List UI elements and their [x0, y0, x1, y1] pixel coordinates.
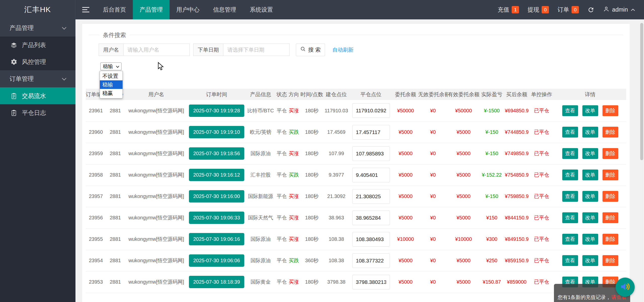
delete-button[interactable]: 删除	[602, 234, 618, 245]
nav-item[interactable]: 系统设置	[243, 0, 280, 19]
nav-item[interactable]: 用户中心	[170, 0, 206, 19]
modify-button[interactable]: 改单	[582, 170, 598, 180]
modify-button[interactable]: 改单	[582, 127, 598, 138]
cell-member-id: 2881	[106, 250, 125, 271]
close-point-input[interactable]	[352, 275, 390, 289]
close-point-input[interactable]	[352, 168, 390, 182]
search-form: 用户名 下单日期 搜 索 自动刷新	[99, 44, 626, 56]
modify-button[interactable]: 改单	[582, 255, 598, 266]
nav-item[interactable]: 产品管理	[133, 0, 170, 19]
cell-open-point: 38.963	[324, 207, 349, 228]
cell-order-id: 23953	[86, 271, 106, 293]
cell-order-id: 23960	[86, 121, 106, 143]
win-control-select[interactable]: 稳输	[100, 62, 122, 70]
view-button[interactable]: 查看	[562, 170, 578, 180]
scrollbar-track[interactable]	[640, 19, 643, 302]
modify-button[interactable]: 改单	[582, 148, 598, 159]
user-menu[interactable]: admin	[603, 6, 635, 14]
cell-valid-entrust: ¥5000	[448, 271, 479, 293]
delete-button[interactable]: 删除	[602, 170, 618, 180]
sidebar-item[interactable]: 产品列表	[0, 37, 75, 53]
cell-direction: 买跌	[288, 250, 300, 271]
cell-valid-entrust: ¥5000	[448, 207, 479, 228]
sidebar-item[interactable]: 平仓日志	[0, 104, 75, 121]
table-row: 239552881wukongymw[悟空源码网]2025-07-30 19:0…	[86, 228, 626, 250]
select-option[interactable]: 稳输	[100, 80, 123, 89]
auto-refresh-link[interactable]: 自动刷新	[332, 46, 353, 53]
order-time-button[interactable]: 2025-07-30 19:18:56	[189, 147, 244, 160]
order-time-button[interactable]: 2025-07-30 19:19:28	[189, 105, 244, 117]
delete-button[interactable]: 删除	[602, 105, 618, 116]
nav-item[interactable]: 后台首页	[96, 0, 133, 19]
modify-button[interactable]: 改单	[582, 191, 598, 202]
delete-button[interactable]: 删除	[602, 255, 618, 266]
view-button[interactable]: 查看	[562, 234, 578, 245]
order-time-button[interactable]: 2025-07-30 19:16:12	[189, 169, 244, 181]
sidebar-group[interactable]: 订单管理	[0, 70, 75, 87]
menu-toggle-icon[interactable]	[75, 0, 96, 19]
view-button[interactable]: 查看	[562, 191, 578, 202]
sidebar-item-label: 平仓日志	[22, 109, 46, 117]
cell-order-id: 23961	[86, 100, 106, 121]
delete-button[interactable]: 删除	[602, 148, 618, 159]
view-button[interactable]: 查看	[562, 105, 578, 116]
stat-label: 提现	[528, 6, 539, 14]
table-row: 239532881wukongymw[悟空源码网]2025-07-30 18:1…	[86, 271, 626, 293]
order-date-input[interactable]	[223, 44, 290, 56]
delete-button[interactable]: 删除	[602, 191, 618, 202]
view-button[interactable]: 查看	[562, 127, 578, 138]
order-time-button[interactable]: 2025-07-30 19:06:06	[189, 254, 244, 267]
delete-button[interactable]: 删除	[602, 212, 618, 223]
cell-valid-entrust: ¥5000	[448, 186, 479, 207]
search-button[interactable]: 搜 索	[296, 44, 325, 56]
gear-icon	[10, 58, 18, 65]
select-option[interactable]: 稳赢	[100, 89, 123, 97]
sidebar-item-label: 风控管理	[22, 58, 46, 66]
topbar-stat[interactable]: 充值1	[498, 6, 519, 14]
cell-product: 国际原油	[246, 143, 276, 164]
order-time-button[interactable]: 2025-07-30 19:06:33	[189, 212, 244, 224]
cell-order-id: 23959	[86, 143, 106, 164]
sidebar-group[interactable]: 产品管理	[0, 19, 75, 37]
close-point-input[interactable]	[352, 125, 390, 140]
cell-username: wukongymw[悟空源码网]	[125, 100, 188, 121]
cell-member-id: 2881	[106, 186, 125, 207]
close-point-input[interactable]	[352, 211, 390, 225]
sidebar-item[interactable]: 交易流水	[0, 87, 75, 104]
stat-label: 充值	[498, 6, 509, 14]
cell-balance-after: ¥859000	[504, 271, 529, 293]
close-point-input[interactable]	[352, 253, 390, 268]
close-point-input[interactable]	[352, 103, 390, 118]
order-time-button[interactable]: 2025-07-30 19:19:10	[189, 126, 244, 138]
cell-direction: 买跌	[288, 164, 300, 186]
sound-notification-button[interactable]	[616, 278, 635, 297]
topbar-stat[interactable]: 提现0	[528, 6, 549, 14]
select-option[interactable]: 不设置	[100, 72, 123, 80]
order-time-button[interactable]: 2025-07-30 19:06:16	[189, 233, 244, 245]
cell-order-id: 23957	[86, 186, 106, 207]
view-button[interactable]: 查看	[562, 148, 578, 159]
close-point-input[interactable]	[352, 189, 390, 204]
stat-badge: 0	[572, 6, 579, 13]
close-point-input[interactable]	[352, 232, 390, 247]
modify-button[interactable]: 改单	[582, 212, 598, 223]
username-input[interactable]	[123, 44, 190, 56]
close-point-input[interactable]	[352, 146, 390, 161]
refresh-icon[interactable]	[587, 6, 594, 13]
scrollbar-thumb[interactable]	[640, 23, 643, 160]
topbar-stat[interactable]: 订单0	[557, 6, 579, 14]
win-control-select-wrap: 稳输 不设置稳输稳赢	[100, 62, 122, 70]
modify-button[interactable]: 改单	[582, 234, 598, 245]
sidebar: 产品管理产品列表风控管理订单管理交易流水平仓日志	[0, 19, 75, 302]
nav-item[interactable]: 信息管理	[206, 0, 243, 19]
modify-button[interactable]: 改单	[582, 105, 598, 116]
order-time-button[interactable]: 2025-07-30 19:16:00	[189, 190, 244, 203]
stat-badge: 0	[542, 6, 549, 13]
delete-button[interactable]: 删除	[602, 127, 618, 138]
view-button[interactable]: 查看	[562, 212, 578, 223]
content-panel: 条件搜索 用户名 下单日期 搜 索 自动刷新 稳输 不设置稳输稳赢	[82, 24, 630, 302]
view-button[interactable]: 查看	[562, 255, 578, 266]
order-time-button[interactable]: 2025-07-30 18:18:39	[189, 276, 244, 288]
cell-status: 平仓	[276, 186, 288, 207]
sidebar-item[interactable]: 风控管理	[0, 53, 75, 70]
